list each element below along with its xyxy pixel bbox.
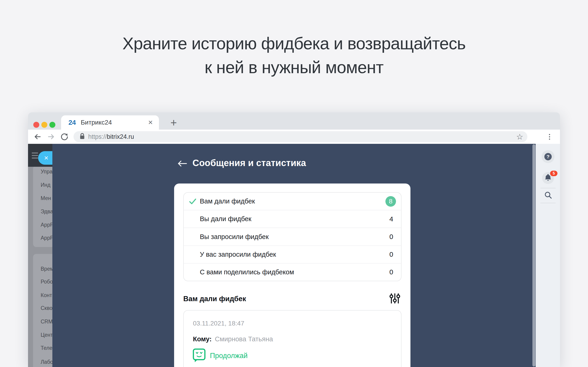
lock-icon	[79, 133, 85, 141]
stats-list: Вам дали фидбек8Вы дали фидбек4Вы запрос…	[183, 192, 401, 281]
sidebar-item[interactable]: Теле	[41, 344, 52, 351]
close-tab-icon[interactable]: ✕	[148, 119, 153, 125]
url-host: bitrix24.ru	[107, 133, 134, 140]
feedback-entry-card[interactable]: 03.11.2021, 18:47 Кому:Смирнова Татьяна …	[183, 310, 401, 367]
stats-label: С вами поделились фидбеком	[200, 268, 294, 276]
close-window-button[interactable]	[33, 122, 39, 128]
stats-count: 4	[389, 215, 393, 223]
rail-divider	[540, 188, 556, 188]
question-mark-icon: ?	[544, 153, 552, 160]
right-rail: ? 5	[536, 144, 560, 367]
feedback-type-label: Продолжай	[210, 352, 248, 360]
bitrix24-favicon: 24	[69, 119, 76, 126]
sidebar-item[interactable]: АррF	[41, 234, 52, 241]
sidebar-item[interactable]: Конт	[41, 292, 52, 299]
entry-datetime: 03.11.2021, 18:47	[193, 320, 244, 327]
back-arrow-icon[interactable]	[177, 160, 187, 168]
app-topbar: ×	[28, 144, 52, 167]
entry-recipient-row: Кому:Смирнова Татьяна	[193, 335, 273, 343]
stats-row[interactable]: С вами поделились фидбеком0	[184, 263, 401, 281]
browser-tab[interactable]: 24 Битрикс24 ✕	[61, 115, 159, 130]
stats-count: 0	[389, 250, 393, 258]
search-icon[interactable]	[544, 191, 552, 200]
feedback-smiley-bubble-icon	[192, 348, 206, 363]
tab-title: Битрикс24	[81, 119, 112, 126]
sidebar-item[interactable]: Врем	[41, 265, 52, 272]
sidebar-item[interactable]: Инд	[41, 181, 51, 188]
check-icon	[189, 198, 200, 205]
page: Храните историю фидбека и возвращайтесь …	[0, 0, 588, 367]
sidebar-item[interactable]: Эдва	[41, 208, 52, 215]
browser-window: 24 Битрикс24 ✕ + https://bitrix24.ru ☆	[28, 112, 560, 367]
maximize-window-button[interactable]	[49, 122, 55, 128]
rail-divider	[540, 203, 556, 203]
page-title: Храните историю фидбека и возвращайтесь …	[0, 32, 588, 79]
stats-row[interactable]: Вы запросили фидбек0	[184, 227, 401, 245]
headline-line1: Храните историю фидбека и возвращайтесь	[0, 32, 588, 56]
forward-icon[interactable]	[47, 133, 55, 141]
stats-label: Вы дали фидбек	[200, 215, 251, 223]
browser-menu-icon[interactable]	[546, 133, 553, 140]
help-button[interactable]: ?	[542, 150, 554, 163]
reload-icon[interactable]	[60, 133, 69, 141]
hamburger-menu-icon[interactable]	[32, 152, 38, 160]
stats-count-badge: 8	[385, 196, 396, 207]
stats-row[interactable]: Вы дали фидбек4	[184, 210, 401, 227]
sidebar-item[interactable]: Упра	[41, 168, 52, 175]
sidebar-item[interactable]: Лабо	[41, 359, 52, 365]
back-icon[interactable]	[34, 133, 42, 141]
bookmark-star-icon[interactable]: ☆	[516, 132, 523, 141]
sidebar-item[interactable]: Цент	[41, 332, 52, 338]
stats-row[interactable]: У вас запросили фидбек0	[184, 245, 401, 263]
sidebar-item[interactable]: CRM	[41, 318, 52, 325]
sidebar-item[interactable]: АррF	[41, 221, 52, 228]
url-scheme: https://	[88, 133, 107, 140]
entry-to-label: Кому:	[193, 335, 212, 343]
close-icon: ×	[44, 154, 48, 162]
headline-line2: к ней в нужный момент	[0, 56, 588, 79]
section-header: Вам дали фидбек	[183, 293, 401, 305]
notification-count-badge: 5	[550, 171, 557, 176]
stats-label: Вам дали фидбек	[200, 198, 255, 205]
menu-close-button[interactable]: ×	[38, 151, 52, 165]
stats-count: 0	[389, 233, 393, 241]
sidebar-item[interactable]: Робо	[41, 278, 52, 285]
scrollbar-thumb[interactable]	[532, 144, 536, 367]
entry-to-value: Смирнова Татьяна	[215, 335, 273, 343]
filter-sliders-icon[interactable]	[389, 293, 400, 305]
new-tab-button[interactable]: +	[164, 115, 183, 130]
stats-row[interactable]: Вам дали фидбек8	[184, 193, 401, 210]
stats-label: У вас запросили фидбек	[200, 251, 276, 258]
stats-label: Вы запросили фидбек	[200, 233, 269, 241]
sidebar-item[interactable]: Скво	[41, 305, 52, 311]
statistics-card: Вам дали фидбек8Вы дали фидбек4Вы запрос…	[174, 184, 410, 367]
tab-strip: 24 Битрикс24 ✕ +	[28, 112, 560, 130]
sidebar: УпраИндМенЭдваАррFАррF ВремРобоКонтСквоC…	[28, 167, 52, 367]
section-title: Вам дали фидбек	[183, 295, 246, 303]
sidebar-item[interactable]: Мен	[41, 195, 51, 202]
url-text: https://bitrix24.ru	[88, 133, 134, 140]
page-header-title: Сообщения и статистика	[192, 158, 306, 168]
minimize-window-button[interactable]	[41, 122, 47, 128]
address-bar[interactable]: https://bitrix24.ru ☆	[73, 131, 527, 142]
entry-feedback-row: Продолжай	[192, 348, 248, 363]
app-content: × УпраИндМенЭдваАррFАррF ВремРобоКонтСкв…	[28, 144, 560, 367]
stats-count: 0	[389, 268, 393, 276]
browser-toolbar: https://bitrix24.ru ☆	[28, 130, 560, 144]
